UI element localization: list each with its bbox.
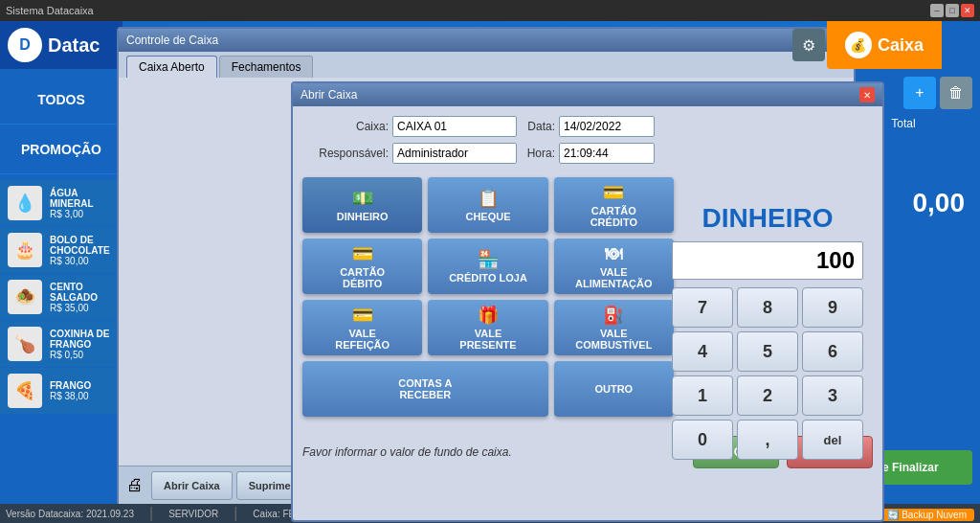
dialog-close-button[interactable]: ✕ xyxy=(859,87,875,102)
numpad-3[interactable]: 3 xyxy=(802,375,863,416)
caixa-button[interactable]: 💰 Caixa xyxy=(827,21,942,69)
numpad-5[interactable]: 5 xyxy=(737,331,798,372)
numpad-area: DINHEIRO 100 7 8 9 4 5 6 1 2 3 0 xyxy=(672,203,863,460)
product-price: R$ 35,00 xyxy=(50,303,115,313)
numpad-6[interactable]: 6 xyxy=(802,331,863,372)
abrir-caixa-button[interactable]: Abrir Caixa xyxy=(151,471,233,500)
hora-input[interactable] xyxy=(559,143,655,164)
payment-vale-presente-button[interactable]: 🎁 VALEPRESENTE xyxy=(428,300,547,355)
settings-button[interactable]: ⚙ xyxy=(792,29,825,61)
app-close-button[interactable]: ✕ xyxy=(961,4,974,17)
product-name: CENTO SALGADO xyxy=(50,282,115,303)
product-price: R$ 38,00 xyxy=(50,391,91,401)
app-title: Sistema Datacaixa xyxy=(6,5,94,16)
payment-outro-button[interactable]: OUTRO xyxy=(554,361,674,417)
product-thumbnail: 💧 xyxy=(8,186,42,220)
status-versao: Versão Datacaixa: 2021.09.23 xyxy=(6,509,134,519)
product-price: R$ 30,00 xyxy=(50,256,115,266)
caixa-icon: 💰 xyxy=(845,32,872,58)
numpad-9[interactable]: 9 xyxy=(802,287,863,328)
product-thumbnail: 🍕 xyxy=(8,374,42,408)
add-item-button[interactable]: + xyxy=(903,77,936,109)
dialog-footer-message: Favor informar o valor de fundo de caixa… xyxy=(302,445,512,459)
numpad-display: 100 xyxy=(672,241,863,280)
hora-label: Hora: xyxy=(517,147,555,160)
list-item[interactable]: 🎂 BOLO DE CHOCOLATE R$ 30,00 xyxy=(0,227,122,274)
controle-de-caixa-window: Controle de Caixa ✕ Caixa Aberto Fechame… xyxy=(117,27,856,506)
sidebar-logo: D Datac xyxy=(0,21,122,69)
numpad-8[interactable]: 8 xyxy=(737,287,798,328)
numpad-value: 100 xyxy=(816,247,855,274)
logo-text: Datac xyxy=(48,34,100,57)
top-bar: Sistema Datacaixa – □ ✕ xyxy=(0,0,980,21)
numpad-comma[interactable]: , xyxy=(737,420,798,460)
status-servidor: SERVIDOR xyxy=(168,509,218,519)
data-input[interactable] xyxy=(559,116,655,137)
numpad-0[interactable]: 0 xyxy=(672,420,733,460)
tab-fechamentos[interactable]: Fechamentos xyxy=(219,56,314,78)
payment-dinheiro-button[interactable]: 💵 DINHEIRO xyxy=(302,177,422,233)
payment-vale-refeicao-button[interactable]: 💳 VALEREFEIÇÃO xyxy=(302,300,422,355)
minimize-button[interactable]: – xyxy=(930,4,944,17)
delete-item-button[interactable]: 🗑 xyxy=(940,77,972,109)
list-item[interactable]: 🍕 FRANGO R$ 38,00 xyxy=(0,368,122,415)
printer-icon: 🖨 xyxy=(126,475,144,495)
abrir-caixa-dialog: Abrir Caixa ✕ Caixa: Data: Responsável: … xyxy=(291,81,884,522)
product-name: BOLO DE CHOCOLATE xyxy=(50,235,115,256)
product-list: 💧 ÁGUA MINERAL R$ 3,00 🎂 BOLO DE CHOCOLA… xyxy=(0,180,122,415)
payment-grid: 💵 DINHEIRO 📋 CHEQUE 💳 CARTÃOCRÉDITO xyxy=(302,177,674,417)
controle-tabs: Caixa Aberto Fechamentos xyxy=(119,52,854,78)
dialog-body: Caixa: Data: Responsável: Hora: 💵 DINHEI… xyxy=(293,106,882,478)
list-item[interactable]: 🧆 CENTO SALGADO R$ 35,00 xyxy=(0,274,122,321)
product-price: R$ 3,00 xyxy=(50,209,115,219)
product-price: R$ 0,50 xyxy=(50,350,115,360)
payment-cartao-credito-button[interactable]: 💳 CARTÃOCRÉDITO xyxy=(554,177,674,233)
numpad-1[interactable]: 1 xyxy=(672,375,733,416)
responsavel-input[interactable] xyxy=(392,143,517,164)
product-name: COXINHA DE FRANGO xyxy=(50,329,115,350)
dialog-title: Abrir Caixa xyxy=(301,88,859,102)
controle-window-title: Controle de Caixa xyxy=(126,34,831,47)
payment-vale-alimentacao-button[interactable]: 🍽 VALEALIMENTAÇÃO xyxy=(554,239,674,294)
sidebar-nav: TODOS PROMOÇÃO xyxy=(0,69,122,180)
numpad-del[interactable]: del xyxy=(802,420,863,460)
product-thumbnail: 🧆 xyxy=(8,280,42,314)
sidebar: D Datac TODOS PROMOÇÃO 💧 ÁGUA MINERAL R$… xyxy=(0,21,122,523)
payment-credito-loja-button[interactable]: 🏪 CRÉDITO LOJA xyxy=(428,239,547,294)
controle-window-title-bar: Controle de Caixa ✕ xyxy=(119,29,854,52)
responsavel-row: Responsável: Hora: xyxy=(302,143,873,164)
numpad-7[interactable]: 7 xyxy=(672,287,733,328)
payment-cheque-button[interactable]: 📋 CHEQUE xyxy=(428,177,547,233)
product-name: ÁGUA MINERAL xyxy=(50,188,115,209)
numpad-grid: 7 8 9 4 5 6 1 2 3 0 , del xyxy=(672,287,863,460)
sidebar-item-promocao[interactable]: PROMOÇÃO xyxy=(0,125,122,174)
list-item[interactable]: 🍗 COXINHA DE FRANGO R$ 0,50 xyxy=(0,321,122,368)
product-thumbnail: 🍗 xyxy=(8,327,42,361)
maximize-button[interactable]: □ xyxy=(946,4,959,17)
logo-icon: D xyxy=(8,28,42,62)
sidebar-item-todos[interactable]: TODOS xyxy=(0,75,122,125)
numpad-title: DINHEIRO xyxy=(672,203,863,234)
responsavel-label: Responsável: xyxy=(302,147,389,160)
payment-contas-receber-button[interactable]: CONTAS ARECEBER xyxy=(302,361,548,417)
caixa-row: Caixa: Data: xyxy=(302,116,873,137)
list-item[interactable]: 💧 ÁGUA MINERAL R$ 3,00 xyxy=(0,180,122,227)
caixa-label: Caixa: xyxy=(302,120,389,133)
numpad-4[interactable]: 4 xyxy=(672,331,733,372)
tab-caixa-aberto[interactable]: Caixa Aberto xyxy=(126,56,217,78)
payment-vale-combustivel-button[interactable]: ⛽ VALECOMBUSTÍVEL xyxy=(554,300,674,355)
product-thumbnail: 🎂 xyxy=(8,233,42,267)
numpad-2[interactable]: 2 xyxy=(737,375,798,416)
data-label: Data: xyxy=(517,120,555,133)
window-controls: – □ ✕ xyxy=(930,4,974,17)
dialog-title-bar: Abrir Caixa ✕ xyxy=(293,83,882,106)
caixa-input[interactable] xyxy=(392,116,517,137)
product-name: FRANGO xyxy=(50,380,91,391)
backup-badge: 🔄 Backup Nuvem xyxy=(880,509,974,521)
payment-cartao-debito-button[interactable]: 💳 CARTÃODÉBITO xyxy=(302,239,422,294)
